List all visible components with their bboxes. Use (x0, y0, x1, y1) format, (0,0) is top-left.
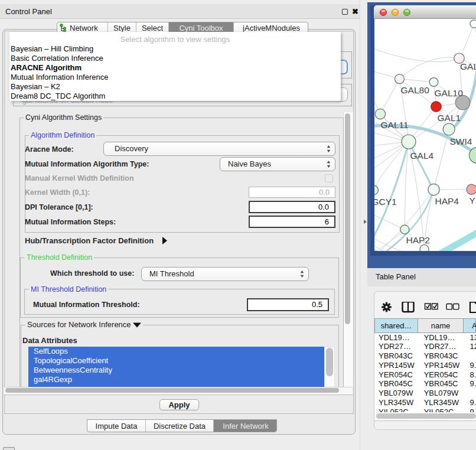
svg-text:GCY1: GCY1 (374, 197, 397, 207)
svg-text:GAL80: GAL80 (401, 85, 430, 95)
svg-text:GAL10: GAL10 (435, 88, 464, 98)
svg-text:GAL1: GAL1 (438, 113, 461, 123)
svg-text:Y: Y (470, 195, 475, 206)
svg-text:GAL4: GAL4 (410, 151, 434, 161)
svg-text:SWI4: SWI4 (450, 136, 472, 146)
svg-text:GAL7: GAL7 (460, 61, 476, 71)
svg-text:HAP4: HAP4 (435, 196, 459, 206)
svg-text:HAP2: HAP2 (406, 235, 431, 245)
svg-text:GAL11: GAL11 (381, 120, 409, 130)
